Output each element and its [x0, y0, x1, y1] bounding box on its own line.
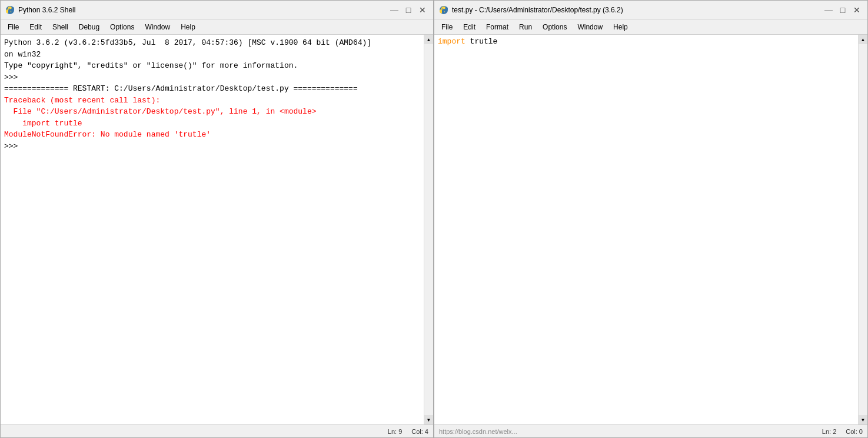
editor-scrollbar[interactable]: ▲ ▼ — [858, 35, 867, 424]
editor-status-bar: https://blog.csdn.net/welx... Ln: 2 Col:… — [434, 424, 867, 437]
shell-status-col: Col: 4 — [411, 428, 428, 435]
shell-line-2: on win32 — [4, 49, 412, 61]
editor-window-controls: — □ ✕ — [823, 4, 863, 16]
editor-scroll-down[interactable]: ▼ — [859, 415, 868, 424]
editor-menu-edit[interactable]: Edit — [458, 22, 480, 32]
shell-title-text: Python 3.6.2 Shell — [18, 6, 75, 14]
editor-status-col: Col: 0 — [846, 428, 863, 435]
shell-minimize-button[interactable]: — — [388, 4, 400, 16]
editor-window: test.py - C:/Users/Administrator/Desktop… — [434, 0, 868, 438]
shell-line-8: import trutle — [4, 118, 412, 130]
editor-scroll-track[interactable] — [859, 44, 867, 415]
editor-menu-run[interactable]: Run — [514, 22, 537, 32]
editor-title-text: test.py - C:/Users/Administrator/Desktop… — [452, 6, 623, 14]
shell-line-7: File "C:/Users/Administrator/Desktop/tes… — [4, 106, 412, 118]
shell-menu-file[interactable]: File — [3, 22, 24, 32]
code-line-1: import trutle — [438, 37, 854, 46]
editor-content-area: import trutle ▲ ▼ — [434, 35, 867, 424]
shell-status-bar: Ln: 9 Col: 4 — [1, 424, 433, 437]
editor-title-bar: test.py - C:/Users/Administrator/Desktop… — [434, 1, 867, 19]
code-identifier: trutle — [465, 37, 498, 46]
shell-close-button[interactable]: ✕ — [417, 4, 428, 16]
code-keyword: import — [438, 37, 465, 46]
shell-line-4: >>> — [4, 72, 412, 84]
shell-maximize-button[interactable]: □ — [403, 4, 414, 16]
editor-menu-file[interactable]: File — [437, 22, 457, 32]
editor-menu-window[interactable]: Window — [573, 22, 607, 32]
shell-scroll-down[interactable]: ▼ — [424, 415, 434, 424]
editor-menu-options[interactable]: Options — [538, 22, 571, 32]
shell-scroll-track[interactable] — [424, 44, 433, 415]
shell-status-ln: Ln: 9 — [388, 428, 402, 435]
editor-menu-help[interactable]: Help — [608, 22, 633, 32]
svg-point-5 — [444, 11, 445, 12]
python-icon-editor — [439, 5, 448, 15]
shell-editor-area: Python 3.6.2 (v3.6.2:5fd33b5, Jul 8 2017… — [1, 35, 433, 424]
shell-scroll-up[interactable]: ▲ — [424, 35, 434, 44]
shell-menu-shell[interactable]: Shell — [48, 22, 73, 32]
editor-close-button[interactable]: ✕ — [851, 4, 863, 16]
shell-line-10: >>> — [4, 141, 412, 152]
shell-line-1: Python 3.6.2 (v3.6.2:5fd33b5, Jul 8 2017… — [4, 37, 412, 49]
shell-line-6: Traceback (most recent call last): — [4, 95, 412, 107]
shell-menu-options[interactable]: Options — [105, 22, 139, 32]
editor-code[interactable]: import trutle — [434, 35, 858, 424]
shell-title-left: Python 3.6.2 Shell — [5, 5, 75, 15]
shell-title-bar: Python 3.6.2 Shell — □ ✕ — [1, 1, 433, 19]
shell-menu-window[interactable]: Window — [140, 22, 175, 32]
editor-title-left: test.py - C:/Users/Administrator/Desktop… — [439, 5, 623, 15]
shell-window: Python 3.6.2 Shell — □ ✕ File Edit Shell… — [0, 0, 434, 438]
svg-point-1 — [9, 8, 10, 9]
svg-point-2 — [11, 11, 12, 12]
editor-minimize-button[interactable]: — — [823, 4, 834, 16]
editor-status-url: https://blog.csdn.net/welx... — [439, 428, 517, 435]
shell-menu-debug[interactable]: Debug — [74, 22, 104, 32]
shell-menu-bar: File Edit Shell Debug Options Window Hel… — [1, 19, 433, 35]
svg-point-4 — [443, 8, 444, 9]
shell-output[interactable]: Python 3.6.2 (v3.6.2:5fd33b5, Jul 8 2017… — [1, 35, 424, 424]
shell-line-5: ============== RESTART: C:/Users/Adminis… — [4, 83, 412, 95]
editor-menu-format[interactable]: Format — [481, 22, 513, 32]
editor-menu-bar: File Edit Format Run Options Window Help — [434, 19, 867, 35]
shell-scrollbar[interactable]: ▲ ▼ — [424, 35, 433, 424]
shell-menu-edit[interactable]: Edit — [25, 22, 46, 32]
shell-menu-help[interactable]: Help — [176, 22, 200, 32]
shell-line-3: Type "copyright", "credits" or "license(… — [4, 60, 412, 72]
python-icon — [5, 5, 15, 15]
editor-maximize-button[interactable]: □ — [837, 4, 849, 16]
shell-line-9: ModuleNotFoundError: No module named 'tr… — [4, 129, 412, 141]
editor-status-ln: Ln: 2 — [822, 428, 836, 435]
shell-window-controls: — □ ✕ — [388, 4, 428, 16]
editor-scroll-up[interactable]: ▲ — [859, 35, 868, 44]
